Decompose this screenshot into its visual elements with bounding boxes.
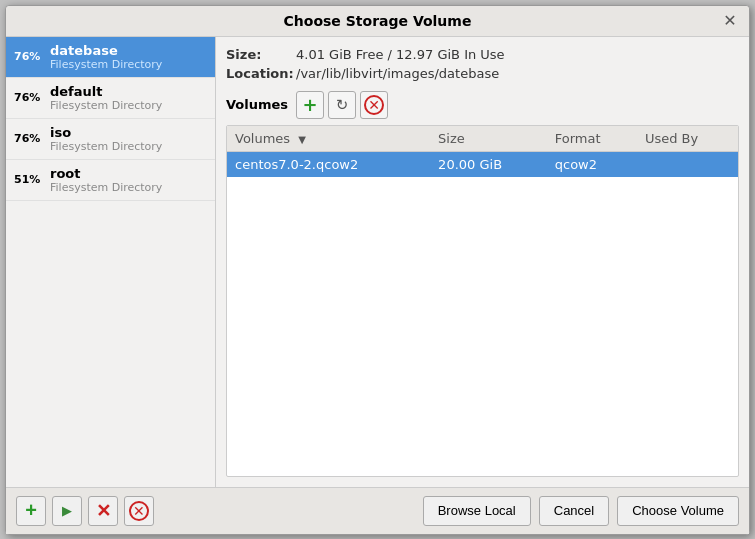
- dialog-title: Choose Storage Volume: [34, 13, 721, 29]
- footer-remove-icon: ✕: [96, 500, 111, 522]
- dialog: Choose Storage Volume ✕ 76% datebase Fil…: [5, 5, 750, 535]
- cell-format: qcow2: [547, 151, 637, 177]
- sort-arrow: ▼: [298, 134, 306, 145]
- item-name: default: [50, 84, 162, 99]
- usage-badge: 76%: [14, 50, 42, 63]
- location-row: Location: /var/lib/libvirt/images/dateba…: [226, 66, 739, 81]
- item-name: datebase: [50, 43, 162, 58]
- footer-add-icon: +: [25, 499, 37, 522]
- location-value: /var/lib/libvirt/images/datebase: [296, 66, 499, 81]
- footer-add-button[interactable]: +: [16, 496, 46, 526]
- main-panel: Size: 4.01 GiB Free / 12.97 GiB In Use L…: [216, 37, 749, 487]
- item-name: iso: [50, 125, 162, 140]
- item-type: Filesystem Directory: [50, 99, 162, 112]
- item-info: iso Filesystem Directory: [50, 125, 162, 153]
- cell-size: 20.00 GiB: [430, 151, 547, 177]
- volumes-table: Volumes ▼ Size Format Used By centos7.0-…: [226, 125, 739, 477]
- footer-play-button[interactable]: ▶: [52, 496, 82, 526]
- usage-badge: 76%: [14, 132, 42, 145]
- footer-stop-icon: ✕: [129, 501, 149, 521]
- col-used-by: Used By: [637, 126, 738, 152]
- col-format: Format: [547, 126, 637, 152]
- size-value: 4.01 GiB Free / 12.97 GiB In Use: [296, 47, 505, 62]
- item-type: Filesystem Directory: [50, 58, 162, 71]
- item-info: datebase Filesystem Directory: [50, 43, 162, 71]
- size-label: Size:: [226, 47, 296, 62]
- close-button[interactable]: ✕: [721, 12, 739, 30]
- usage-badge: 51%: [14, 173, 42, 186]
- add-volume-button[interactable]: +: [296, 91, 324, 119]
- footer-stop-button[interactable]: ✕: [124, 496, 154, 526]
- footer: + ▶ ✕ ✕ Browse Local Cancel Choose Volum…: [6, 487, 749, 534]
- table: Volumes ▼ Size Format Used By centos7.0-…: [227, 126, 738, 177]
- cell-used-by: [637, 151, 738, 177]
- volumes-toolbar: Volumes + ↻ ✕: [226, 91, 739, 119]
- sidebar-item-iso[interactable]: 76% iso Filesystem Directory: [6, 119, 215, 160]
- sidebar-item-root[interactable]: 51% root Filesystem Directory: [6, 160, 215, 201]
- refresh-icon: ↻: [336, 96, 349, 114]
- usage-badge: 76%: [14, 91, 42, 104]
- title-bar: Choose Storage Volume ✕: [6, 6, 749, 37]
- item-info: default Filesystem Directory: [50, 84, 162, 112]
- delete-icon: ✕: [364, 95, 384, 115]
- footer-play-icon: ▶: [62, 503, 72, 518]
- item-info: root Filesystem Directory: [50, 166, 162, 194]
- item-type: Filesystem Directory: [50, 140, 162, 153]
- sidebar: 76% datebase Filesystem Directory 76% de…: [6, 37, 216, 487]
- volumes-label: Volumes: [226, 97, 288, 112]
- footer-right-actions: Browse Local Cancel Choose Volume: [423, 496, 739, 526]
- sidebar-item-datebase[interactable]: 76% datebase Filesystem Directory: [6, 37, 215, 78]
- col-size: Size: [430, 126, 547, 152]
- location-label: Location:: [226, 66, 296, 81]
- table-row[interactable]: centos7.0-2.qcow2 20.00 GiB qcow2: [227, 151, 738, 177]
- cancel-button[interactable]: Cancel: [539, 496, 609, 526]
- browse-local-button[interactable]: Browse Local: [423, 496, 531, 526]
- sidebar-item-default[interactable]: 76% default Filesystem Directory: [6, 78, 215, 119]
- item-name: root: [50, 166, 162, 181]
- refresh-button[interactable]: ↻: [328, 91, 356, 119]
- add-icon: +: [303, 94, 318, 115]
- choose-volume-button[interactable]: Choose Volume: [617, 496, 739, 526]
- footer-left-actions: + ▶ ✕ ✕: [16, 496, 154, 526]
- col-volumes[interactable]: Volumes ▼: [227, 126, 430, 152]
- dialog-body: 76% datebase Filesystem Directory 76% de…: [6, 37, 749, 487]
- cell-name: centos7.0-2.qcow2: [227, 151, 430, 177]
- delete-volume-button[interactable]: ✕: [360, 91, 388, 119]
- size-row: Size: 4.01 GiB Free / 12.97 GiB In Use: [226, 47, 739, 62]
- footer-remove-button[interactable]: ✕: [88, 496, 118, 526]
- item-type: Filesystem Directory: [50, 181, 162, 194]
